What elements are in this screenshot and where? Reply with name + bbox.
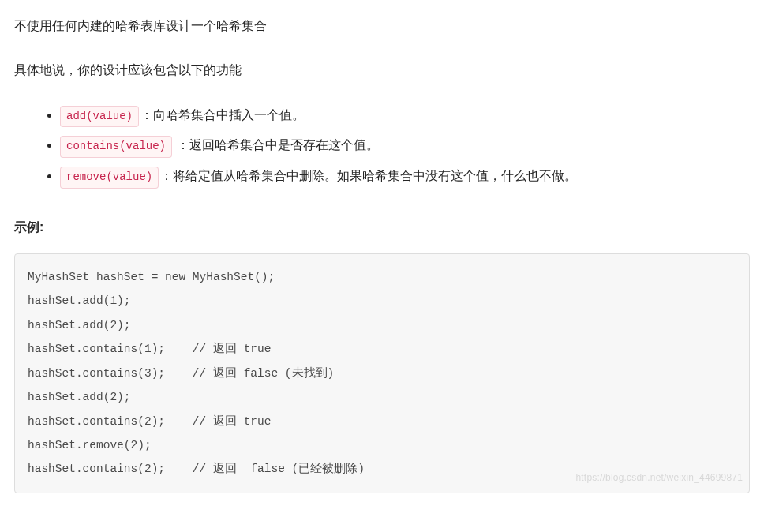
- example-heading: 示例:: [14, 215, 750, 239]
- code-line: hashSet.contains(1); // 返回 true: [28, 343, 271, 355]
- list-item-desc: ：向哈希集合中插入一个值。: [140, 108, 305, 122]
- code-add: add(value): [60, 106, 139, 128]
- intro-line-2: 具体地说，你的设计应该包含以下的功能: [14, 58, 750, 82]
- list-item-desc: ：返回哈希集合中是否存在这个值。: [174, 138, 379, 152]
- code-contains: contains(value): [60, 136, 172, 158]
- code-example-block: MyHashSet hashSet = new MyHashSet(); has…: [14, 253, 750, 493]
- list-item-desc: ：将给定值从哈希集合中删除。如果哈希集合中没有这个值，什么也不做。: [160, 169, 577, 182]
- code-remove: remove(value): [60, 167, 159, 189]
- list-item: add(value)：向哈希集合中插入一个值。: [60, 103, 750, 128]
- code-line: MyHashSet hashSet = new MyHashSet();: [28, 271, 275, 283]
- code-line: hashSet.add(2);: [28, 391, 200, 403]
- watermark: https://blog.csdn.net/weixin_44699871: [575, 468, 743, 488]
- feature-list: add(value)：向哈希集合中插入一个值。 contains(value) …: [14, 103, 750, 189]
- code-line: hashSet.contains(2); // 返回 true: [28, 415, 271, 428]
- intro-line-1: 不使用任何内建的哈希表库设计一个哈希集合: [14, 14, 750, 38]
- code-line: hashSet.contains(2); // 返回 false (已经被删除): [28, 463, 365, 475]
- code-line: hashSet.contains(3); // 返回 false (未找到): [28, 367, 334, 380]
- list-item: remove(value)：将给定值从哈希集合中删除。如果哈希集合中没有这个值，…: [60, 164, 750, 189]
- code-line: hashSet.add(2);: [28, 319, 193, 332]
- code-line: hashSet.remove(2);: [28, 439, 220, 451]
- list-item: contains(value) ：返回哈希集合中是否存在这个值。: [60, 133, 750, 158]
- code-line: hashSet.add(1);: [28, 294, 193, 307]
